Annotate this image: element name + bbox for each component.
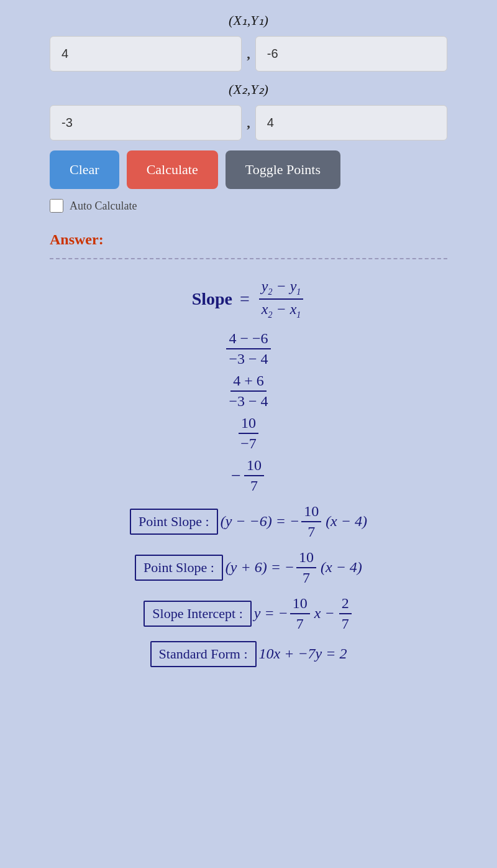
equals1: =: [240, 289, 250, 309]
si-fraction1: 10 7: [290, 595, 310, 632]
ps1-frac-num: 10: [301, 503, 321, 522]
step1-den: −3 − 4: [226, 349, 270, 367]
y2-input[interactable]: [255, 105, 447, 141]
calculate-button[interactable]: Calculate: [127, 150, 218, 189]
clear-button[interactable]: Clear: [50, 150, 119, 189]
step1: 4 − −6 −3 − 4: [50, 330, 447, 367]
step4-den: 7: [248, 476, 260, 494]
slope-word: Slope: [192, 289, 232, 309]
ps1-expr: (y − −6) = −: [221, 513, 299, 530]
ps2-expr: (y + 6) = −: [226, 559, 294, 576]
point1-input-row: ,: [50, 36, 447, 72]
step2: 4 + 6 −3 − 4: [50, 372, 447, 410]
slope-num: y2 − y1: [259, 278, 304, 300]
divider: [50, 258, 447, 259]
toggle-points-button[interactable]: Toggle Points: [226, 150, 340, 189]
ps2-label: Point Slope :: [135, 555, 223, 581]
slope-fraction: y2 − y1 x2 − x1: [259, 278, 304, 320]
si-frac1-den: 7: [294, 614, 306, 632]
auto-calc-label: Auto Calculate: [70, 200, 137, 213]
page-container: (X₁,Y₁) , (X₂,Y₂) , Clear Calculate Togg…: [0, 0, 497, 868]
step2-num: 4 + 6: [230, 372, 267, 392]
slope-intercept-row: Slope Intercept : y = − 10 7 x − 2 7: [50, 595, 447, 632]
step4-fraction: 10 7: [244, 457, 264, 494]
ps2-frac-num: 10: [296, 549, 316, 568]
step2-den: −3 − 4: [226, 392, 270, 410]
ps2-expr2: (x − 4): [321, 559, 362, 576]
si-expr2: x −: [314, 605, 335, 622]
point-slope2-row: Point Slope : (y + 6) = − 10 7 (x − 4): [50, 549, 447, 586]
sf-label: Standard Form :: [150, 641, 257, 667]
standard-form-row: Standard Form : 10x + −7y = 2: [50, 641, 447, 667]
ps1-label: Point Slope :: [130, 509, 218, 535]
si-expr: y = −: [254, 605, 288, 622]
ps1-expr2: (x − 4): [326, 513, 367, 530]
step1-fraction: 4 − −6 −3 − 4: [226, 330, 270, 367]
step3-fraction: 10 −7: [238, 415, 259, 452]
auto-calc-row: Auto Calculate: [50, 199, 447, 213]
si-frac2-den: 7: [339, 614, 352, 632]
comma1: ,: [247, 46, 250, 62]
button-row: Clear Calculate Toggle Points: [50, 150, 447, 189]
step3-den: −7: [238, 434, 259, 452]
ps2-fraction: 10 7: [296, 549, 316, 586]
answer-label: Answer:: [50, 231, 447, 248]
step3-num: 10: [239, 415, 258, 434]
point1-label: (X₁,Y₁): [50, 12, 447, 29]
step4-num: 10: [244, 457, 264, 476]
step1-num: 4 − −6: [226, 330, 270, 349]
comma2: ,: [247, 115, 250, 131]
x1-input[interactable]: [50, 36, 242, 72]
step3: 10 −7: [50, 415, 447, 452]
ps1-fraction: 10 7: [301, 503, 321, 540]
si-frac2-num: 2: [339, 595, 352, 614]
si-fraction2: 2 7: [339, 595, 352, 632]
x2-input[interactable]: [50, 105, 242, 141]
auto-calc-checkbox[interactable]: [50, 199, 63, 213]
ps2-frac-den: 7: [300, 568, 312, 586]
point-slope1-row: Point Slope : (y − −6) = − 10 7 (x − 4): [50, 503, 447, 540]
math-section: Slope = y2 − y1 x2 − x1 4 − −6 −3 − 4 4 …: [50, 278, 447, 667]
point2-input-row: ,: [50, 105, 447, 141]
si-frac1-num: 10: [290, 595, 310, 614]
point2-label: (X₂,Y₂): [50, 81, 447, 98]
si-label: Slope Intercept :: [144, 601, 251, 627]
sf-expr: 10x + −7y = 2: [259, 645, 347, 662]
y1-input[interactable]: [255, 36, 447, 72]
slope-den: x2 − x1: [259, 300, 304, 320]
step4: − 10 7: [50, 457, 447, 494]
slope-formula-row: Slope = y2 − y1 x2 − x1: [50, 278, 447, 320]
step4-neg: −: [231, 466, 241, 486]
step2-fraction: 4 + 6 −3 − 4: [226, 372, 270, 410]
ps1-frac-den: 7: [305, 522, 317, 540]
